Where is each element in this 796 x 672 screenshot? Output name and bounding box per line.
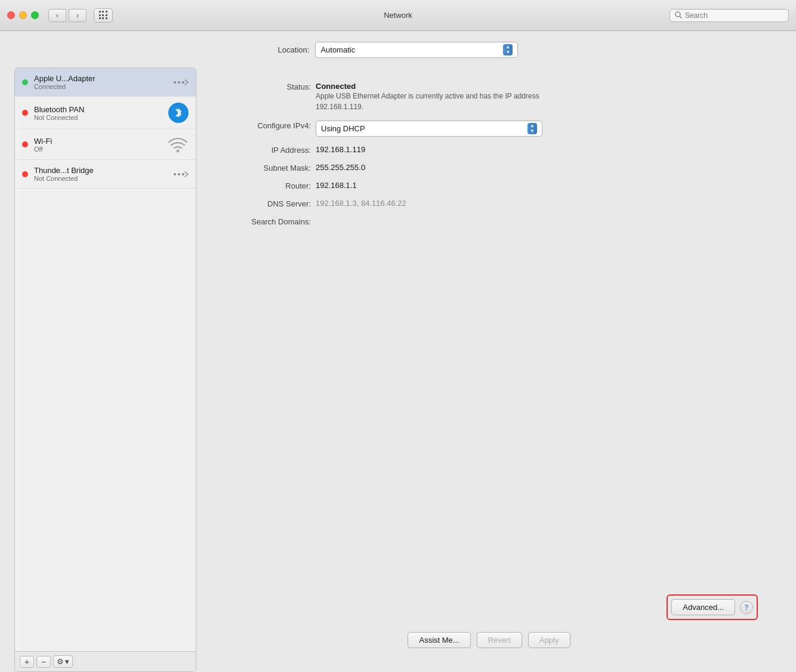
network-status-thunderbolt: Not Connected	[34, 175, 167, 182]
network-status-wifi: Off	[34, 146, 162, 153]
revert-button[interactable]: Revert	[477, 632, 522, 648]
close-button[interactable]	[7, 11, 15, 19]
location-stepper[interactable]: ▲ ▼	[503, 44, 513, 56]
network-status-apple-usb: Connected	[34, 83, 167, 90]
svg-point-7	[178, 173, 180, 175]
status-dot-red-tb	[22, 171, 28, 177]
grid-icon	[99, 11, 108, 20]
minimize-button[interactable]	[19, 11, 27, 19]
location-value: Automatic	[320, 45, 355, 54]
search-input[interactable]	[685, 11, 783, 20]
dots-arrow-icon	[172, 77, 189, 88]
configure-ipv4-select[interactable]: Using DHCP ▲ ▼	[316, 121, 542, 137]
router-row: Router: 192.168.1.1	[220, 181, 758, 190]
svg-point-6	[174, 173, 176, 175]
ipv4-stepper[interactable]: ▲ ▼	[527, 123, 537, 134]
wifi-icon	[167, 135, 189, 153]
network-name-bluetooth: Bluetooth PAN	[34, 105, 163, 114]
remove-network-button[interactable]: −	[36, 656, 51, 668]
status-dot-red-bt	[22, 110, 28, 116]
subnet-mask-value: 255.255.255.0	[316, 163, 365, 172]
search-bar[interactable]	[669, 9, 789, 22]
advanced-highlight-box: Advanced... ?	[667, 594, 758, 620]
network-name-apple-usb: Apple U...Adapter	[34, 74, 167, 83]
maximize-button[interactable]	[31, 11, 39, 19]
svg-point-2	[174, 81, 176, 84]
assist-me-button[interactable]: Assist Me...	[408, 632, 470, 648]
network-info-thunderbolt: Thunde...t Bridge Not Connected	[34, 166, 167, 182]
back-button[interactable]: ‹	[48, 9, 66, 22]
bluetooth-badge	[168, 103, 189, 123]
grid-button[interactable]	[94, 8, 113, 23]
subnet-mask-label: Subnet Mask:	[220, 163, 316, 172]
stepper-up-icon: ▲	[505, 45, 510, 50]
status-description: Apple USB Ethernet Adapter is currently …	[316, 91, 542, 112]
status-dot-green	[22, 79, 28, 85]
network-item-bluetooth-pan[interactable]: Bluetooth PAN Not Connected	[15, 97, 196, 130]
subnet-mask-row: Subnet Mask: 255.255.255.0	[220, 163, 758, 172]
svg-line-1	[680, 16, 682, 18]
search-icon	[675, 11, 682, 20]
router-label: Router:	[220, 181, 316, 190]
ip-address-label: IP Address:	[220, 145, 316, 155]
network-info-wifi: Wi-Fi Off	[34, 137, 162, 153]
network-item-thunderbolt[interactable]: Thunde...t Bridge Not Connected	[15, 160, 196, 189]
configure-ipv4-value: Using DHCP	[321, 124, 365, 133]
network-item-wifi[interactable]: Wi-Fi Off	[15, 130, 196, 160]
network-info-bluetooth: Bluetooth PAN Not Connected	[34, 105, 163, 121]
network-item-apple-usb[interactable]: Apple U...Adapter Connected	[15, 68, 196, 97]
action-buttons: Assist Me... Revert Apply	[220, 632, 758, 648]
location-bar: Location: Automatic ▲ ▼	[14, 42, 782, 58]
info-grid: Status: Connected Apple USB Ethernet Ada…	[220, 82, 758, 226]
svg-point-4	[182, 81, 184, 84]
network-status-bluetooth: Not Connected	[34, 114, 163, 121]
status-dot-red-wifi	[22, 141, 28, 147]
stepper-up-icon: ▲	[530, 124, 535, 128]
right-panel: Status: Connected Apple USB Ethernet Ada…	[196, 67, 782, 672]
advanced-row: Advanced... ?	[220, 594, 758, 620]
bluetooth-icon	[168, 103, 189, 123]
window-title: Network	[384, 11, 412, 20]
chevron-down-icon: ▾	[65, 657, 69, 666]
advanced-button[interactable]: Advanced...	[671, 599, 735, 615]
ip-address-value: 192.168.1.119	[316, 145, 365, 154]
help-button[interactable]: ?	[740, 601, 753, 614]
dns-server-value: 192.168.1.3, 84.116.46.22	[316, 199, 406, 208]
network-info-apple-usb: Apple U...Adapter Connected	[34, 74, 167, 90]
svg-point-0	[675, 12, 680, 17]
stepper-down-icon: ▼	[530, 129, 535, 134]
apply-button[interactable]: Apply	[528, 632, 570, 648]
svg-point-8	[182, 173, 184, 175]
content-row: Apple U...Adapter Connected	[14, 67, 782, 672]
location-label: Location:	[278, 45, 310, 54]
location-select[interactable]: Automatic ▲ ▼	[315, 42, 518, 58]
add-network-button[interactable]: +	[20, 656, 34, 668]
status-label: Status:	[220, 82, 316, 91]
left-panel: Apple U...Adapter Connected	[14, 67, 196, 672]
status-values: Connected Apple USB Ethernet Adapter is …	[316, 82, 542, 112]
main-content: Location: Automatic ▲ ▼ Apple U...Adapte…	[0, 31, 796, 672]
forward-button[interactable]: ›	[69, 9, 87, 22]
svg-point-5	[177, 150, 180, 153]
search-domains-label: Search Domains:	[220, 217, 316, 226]
network-name-wifi: Wi-Fi	[34, 137, 162, 146]
network-name-thunderbolt: Thunde...t Bridge	[34, 166, 167, 175]
traffic-lights	[7, 11, 39, 19]
gear-menu-button[interactable]: ⚙ ▾	[53, 655, 73, 668]
dots-arrow-icon-tb	[172, 169, 189, 180]
nav-buttons: ‹ ›	[48, 9, 87, 22]
network-list: Apple U...Adapter Connected	[15, 68, 196, 651]
dns-server-row: DNS Server: 192.168.1.3, 84.116.46.22	[220, 199, 758, 208]
status-value: Connected	[316, 82, 542, 91]
ip-address-row: IP Address: 192.168.1.119	[220, 145, 758, 155]
svg-point-3	[178, 81, 180, 84]
configure-ipv4-label: Configure IPv4:	[220, 121, 316, 130]
title-bar: ‹ › Network	[0, 0, 796, 31]
configure-ipv4-row: Configure IPv4: Using DHCP ▲ ▼	[220, 121, 758, 137]
dns-server-label: DNS Server:	[220, 199, 316, 208]
search-domains-row: Search Domains:	[220, 217, 758, 226]
stepper-down-icon: ▼	[505, 50, 510, 55]
status-row: Status: Connected Apple USB Ethernet Ada…	[220, 82, 758, 112]
router-value: 192.168.1.1	[316, 181, 357, 190]
list-toolbar: + − ⚙ ▾	[15, 651, 196, 671]
